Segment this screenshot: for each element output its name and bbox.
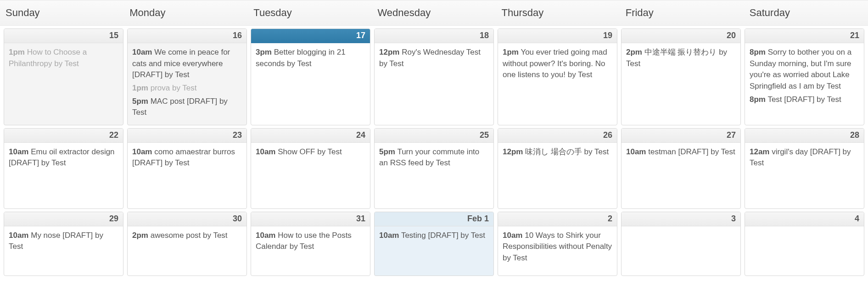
calendar-event[interactable]: 3pm Better blogging in 21 seconds by Tes… bbox=[256, 47, 365, 69]
calendar-event[interactable]: 10am Testing [DRAFT] by Test bbox=[379, 230, 489, 242]
calendar-day-cell[interactable]: 3 bbox=[621, 212, 741, 276]
calendar-event[interactable]: 2pm awesome post by Test bbox=[132, 230, 242, 242]
calendar-day-cell[interactable]: 2410am Show OFF by Test bbox=[251, 128, 370, 209]
day-events: 2pm awesome post by Test bbox=[128, 226, 246, 248]
date-label: Feb 1 bbox=[375, 212, 493, 226]
calendar-day-cell[interactable]: 3110am How to use the Posts Calendar by … bbox=[251, 212, 370, 276]
date-label: 20 bbox=[622, 29, 740, 43]
day-events: 8pm Sorry to bother you on a Sunday morn… bbox=[745, 43, 864, 112]
calendar-day-cell[interactable]: 2710am testman [DRAFT] by Test bbox=[621, 128, 741, 209]
date-label: 23 bbox=[128, 129, 246, 143]
calendar-event[interactable]: 10am We come in peace for cats and mice … bbox=[132, 47, 242, 81]
day-events: 12pm 味消し 場合の手 by Test bbox=[498, 143, 617, 164]
calendar-day-cell[interactable]: 2210am Emu oil extractor design [DRAFT] … bbox=[4, 128, 123, 209]
calendar-event[interactable]: 10am How to use the Posts Calendar by Te… bbox=[256, 230, 365, 253]
calendar-event[interactable]: 10am Emu oil extractor design [DRAFT] by… bbox=[9, 146, 118, 169]
event-title: Show OFF by Test bbox=[278, 147, 342, 156]
calendar-event[interactable]: 8pm Sorry to bother you on a Sunday morn… bbox=[750, 47, 859, 92]
calendar-day-cell[interactable]: 302pm awesome post by Test bbox=[127, 212, 247, 276]
calendar-day-cell[interactable]: 202pm 中途半端 振り替わり by Test bbox=[621, 28, 741, 125]
calendar-day-cell[interactable]: 2612pm 味消し 場合の手 by Test bbox=[498, 128, 617, 209]
calendar-day-cell[interactable]: 255pm Turn your commute into an RSS feed… bbox=[374, 128, 494, 209]
day-events: 1pm How to Choose a Philanthropy by Test bbox=[4, 43, 123, 76]
day-events: 10am How to use the Posts Calendar by Te… bbox=[251, 226, 370, 259]
event-time: 5pm bbox=[379, 147, 395, 156]
day-events: 12am virgil's day [DRAFT] by Test bbox=[745, 143, 864, 175]
event-time: 8pm bbox=[750, 95, 766, 104]
calendar-event[interactable]: 1pm prova by Test bbox=[132, 83, 242, 94]
posts-calendar: Sunday Monday Tuesday Wednesday Thursday… bbox=[0, 0, 868, 276]
calendar-day-cell[interactable]: 1610am We come in peace for cats and mic… bbox=[127, 28, 247, 125]
event-time: 12pm bbox=[379, 48, 399, 56]
day-events bbox=[745, 226, 864, 235]
calendar-day-cell[interactable]: 4 bbox=[745, 212, 864, 276]
calendar-event[interactable]: 10am 10 Ways to Shirk your Responsibilit… bbox=[503, 230, 612, 264]
day-header-sunday: Sunday bbox=[0, 0, 124, 25]
day-events: 10am Show OFF by Test bbox=[251, 143, 370, 164]
calendar-week: 2910am My nose [DRAFT] by Test302pm awes… bbox=[0, 209, 868, 276]
calendar-event[interactable]: 10am Show OFF by Test bbox=[256, 146, 365, 158]
event-title: awesome post by Test bbox=[151, 231, 228, 240]
event-time: 12am bbox=[750, 147, 769, 156]
date-label: 4 bbox=[745, 212, 864, 226]
calendar-week: 2210am Emu oil extractor design [DRAFT] … bbox=[0, 125, 868, 209]
event-time: 8pm bbox=[750, 48, 766, 56]
day-events: 1pm You ever tried going mad without pow… bbox=[498, 43, 617, 87]
day-events: 2pm 中途半端 振り替わり by Test bbox=[622, 43, 740, 76]
day-header-saturday: Saturday bbox=[744, 0, 868, 25]
event-time: 5pm bbox=[132, 97, 148, 106]
event-time: 10am bbox=[256, 231, 275, 240]
calendar-day-cell[interactable]: Feb 110am Testing [DRAFT] by Test bbox=[374, 212, 494, 276]
calendar-event[interactable]: 10am My nose [DRAFT] by Test bbox=[9, 230, 118, 253]
date-label: 28 bbox=[745, 129, 864, 143]
date-label: 2 bbox=[498, 212, 617, 226]
event-time: 2pm bbox=[626, 48, 642, 56]
calendar-day-cell[interactable]: 210am 10 Ways to Shirk your Responsibili… bbox=[498, 212, 617, 276]
calendar-event[interactable]: 8pm Test [DRAFT] by Test bbox=[750, 94, 859, 106]
calendar-event[interactable]: 1pm How to Choose a Philanthropy by Test bbox=[9, 47, 118, 69]
event-title: Test [DRAFT] by Test bbox=[767, 95, 841, 104]
event-title: testman [DRAFT] by Test bbox=[648, 147, 735, 156]
event-time: 10am bbox=[379, 231, 399, 240]
date-label: 24 bbox=[251, 129, 370, 143]
date-label: 22 bbox=[4, 129, 123, 143]
calendar-day-cell[interactable]: 191pm You ever tried going mad without p… bbox=[498, 28, 617, 125]
calendar-day-cell[interactable]: 151pm How to Choose a Philanthropy by Te… bbox=[4, 28, 123, 125]
calendar-event[interactable]: 1pm You ever tried going mad without pow… bbox=[503, 47, 612, 81]
event-time: 10am bbox=[503, 231, 522, 240]
event-time: 10am bbox=[626, 147, 646, 156]
calendar-event[interactable]: 10am como amaestrar burros [DRAFT] by Te… bbox=[132, 146, 242, 169]
day-events: 10am como amaestrar burros [DRAFT] by Te… bbox=[128, 143, 246, 175]
day-events: 10am 10 Ways to Shirk your Responsibilit… bbox=[498, 226, 617, 270]
calendar-day-cell[interactable]: 2910am My nose [DRAFT] by Test bbox=[4, 212, 123, 276]
day-events bbox=[622, 226, 740, 235]
date-label: 30 bbox=[128, 212, 246, 226]
date-label: 17 bbox=[251, 29, 370, 43]
calendar-event[interactable]: 5pm Turn your commute into an RSS feed b… bbox=[379, 146, 489, 169]
calendar-day-cell[interactable]: 173pm Better blogging in 21 seconds by T… bbox=[251, 28, 370, 125]
date-label: 25 bbox=[375, 129, 493, 143]
calendar-body: 151pm How to Choose a Philanthropy by Te… bbox=[0, 26, 868, 276]
calendar-day-cell[interactable]: 2812am virgil's day [DRAFT] by Test bbox=[745, 128, 864, 209]
date-label: 15 bbox=[4, 29, 123, 43]
calendar-event[interactable]: 12pm Roy's Wednesday Test by Test bbox=[379, 47, 489, 69]
event-time: 2pm bbox=[132, 231, 148, 240]
date-label: 18 bbox=[375, 29, 493, 43]
event-title: prova by Test bbox=[151, 84, 197, 92]
date-label: 19 bbox=[498, 29, 617, 43]
event-time: 10am bbox=[9, 147, 28, 156]
calendar-event[interactable]: 12am virgil's day [DRAFT] by Test bbox=[750, 146, 859, 169]
day-events: 12pm Roy's Wednesday Test by Test bbox=[375, 43, 493, 76]
event-title: You ever tried going mad without power? … bbox=[503, 48, 607, 79]
calendar-day-cell[interactable]: 218pm Sorry to bother you on a Sunday mo… bbox=[745, 28, 864, 125]
event-time: 10am bbox=[256, 147, 275, 156]
calendar-day-cell[interactable]: 1812pm Roy's Wednesday Test by Test bbox=[374, 28, 494, 125]
event-time: 10am bbox=[132, 147, 152, 156]
date-label: 29 bbox=[4, 212, 123, 226]
calendar-event[interactable]: 10am testman [DRAFT] by Test bbox=[626, 146, 736, 158]
calendar-event[interactable]: 5pm MAC post [DRAFT] by Test bbox=[132, 96, 242, 118]
day-header-tuesday: Tuesday bbox=[248, 0, 372, 25]
calendar-event[interactable]: 12pm 味消し 場合の手 by Test bbox=[503, 146, 612, 158]
calendar-event[interactable]: 2pm 中途半端 振り替わり by Test bbox=[626, 47, 736, 69]
calendar-day-cell[interactable]: 2310am como amaestrar burros [DRAFT] by … bbox=[127, 128, 247, 209]
